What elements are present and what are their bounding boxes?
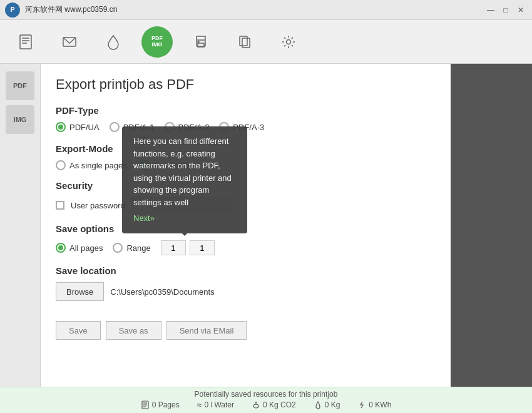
radio-pdfa1-label: PDF/A-1 [123, 123, 155, 132]
save-options-label: Save options [56, 223, 436, 234]
toolbar-document-icon[interactable] [10, 26, 41, 58]
toolbar-copy-icon[interactable] [229, 26, 260, 58]
range-to-input[interactable] [190, 240, 215, 255]
radio-range-circle [113, 243, 123, 253]
statusbar-kg-value: 0 Kg [325, 400, 340, 409]
svg-rect-0 [20, 35, 31, 49]
radio-pdfa3-circle [219, 122, 229, 132]
svg-point-10 [287, 39, 291, 44]
close-button[interactable]: ✕ [514, 4, 527, 16]
radio-pdfa3-label: PDF/A-3 [233, 123, 264, 132]
radio-pdfa2-circle [165, 122, 175, 132]
toolbar: PDFIMG [0, 20, 532, 64]
radio-pdfua[interactable]: PDF/UA [56, 122, 100, 132]
main-layout: PDF IMG ↗ Export printjob as PDF PDF-Typ… [0, 64, 532, 413]
statusbar-kwh-value: 0 KWh [369, 400, 391, 409]
radio-range[interactable]: Range [113, 243, 150, 253]
titlebar-controls: — □ ✕ [484, 4, 527, 16]
radio-one-file-label: As one file [153, 161, 192, 170]
toolbar-settings-icon[interactable] [273, 26, 304, 58]
radio-range-label: Range [126, 243, 150, 253]
svg-point-15 [253, 404, 258, 408]
export-mode-row: As single pages As one file [56, 160, 436, 170]
radio-pdfa2-label: PDF/A-2 [178, 123, 210, 132]
password-input[interactable] [131, 197, 232, 213]
pdf-type-row: PDF/UA PDF/A-1 PDF/A-2 PDF/A-3 [56, 122, 436, 132]
statusbar-info-text: Potentially saved resources for this pri… [195, 390, 338, 399]
statusbar-kwh: 0 KWh [357, 400, 391, 409]
toolbar-mail-icon[interactable] [54, 26, 85, 58]
save-location-label: Save location [56, 265, 436, 276]
titlebar-title: 河东软件网 www.pc0359.cn [25, 4, 117, 15]
radio-single-pages[interactable]: As single pages [56, 160, 127, 170]
radio-pdfa2[interactable]: PDF/A-2 [165, 122, 210, 132]
sidebar: PDF IMG [0, 64, 41, 413]
radio-all-pages-circle [56, 243, 66, 253]
statusbar-co2-value: 0 Kg CO2 [263, 400, 296, 409]
sidebar-item-pdf[interactable]: PDF [6, 71, 34, 100]
user-password-label: User password [71, 201, 125, 210]
save-path-display: C:\Users\pc0359\Documents [110, 287, 214, 297]
right-panel [451, 64, 532, 413]
range-inputs [161, 240, 215, 255]
export-mode-label: Export-Mode [56, 143, 436, 154]
radio-pdfua-circle [56, 122, 66, 132]
user-password-checkbox[interactable] [56, 201, 64, 210]
sidebar-item-img[interactable]: IMG [6, 105, 34, 134]
toolbar-print-icon[interactable] [185, 26, 217, 58]
titlebar-left: P 河东软件网 www.pc0359.cn [5, 3, 117, 18]
security-row: User password [56, 197, 436, 213]
radio-single-pages-circle [56, 160, 66, 170]
send-email-button[interactable]: Send via EMail [166, 321, 247, 340]
app-logo: P [5, 3, 20, 18]
save-location-row: Browse C:\Users\pc0359\Documents [56, 282, 436, 301]
radio-one-file-circle [140, 160, 150, 170]
titlebar: P 河东软件网 www.pc0359.cn — □ ✕ [0, 0, 532, 20]
radio-pdfa1[interactable]: PDF/A-1 [110, 122, 155, 132]
save-options-row: All pages Range [56, 240, 436, 255]
pdf-type-label: PDF-Type [56, 105, 436, 116]
tooltip-next[interactable]: Next» [133, 212, 236, 225]
statusbar-items: 0 Pages ≈ 0 l Water 0 Kg CO2 0 Kg 0 KWh [141, 400, 392, 410]
statusbar-water-value: 0 l Water [204, 400, 234, 409]
radio-all-pages-label: All pages [69, 243, 103, 253]
toolbar-drop-icon[interactable] [98, 26, 129, 58]
statusbar-pages-value: 0 Pages [152, 400, 180, 409]
radio-all-pages[interactable]: All pages [56, 243, 103, 253]
statusbar: Potentially saved resources for this pri… [0, 387, 532, 413]
save-as-button[interactable]: Save as [106, 321, 161, 340]
content-area: ↗ Export printjob as PDF PDF-Type PDF/UA… [41, 64, 451, 413]
statusbar-water: ≈ 0 l Water [197, 400, 234, 410]
save-button[interactable]: Save [56, 321, 101, 340]
minimize-button[interactable]: — [484, 4, 497, 16]
statusbar-co2: 0 Kg CO2 [252, 400, 296, 409]
svg-point-7 [198, 41, 199, 43]
statusbar-kg: 0 Kg [314, 400, 340, 409]
radio-pdfa1-circle [110, 122, 120, 132]
toolbar-pdf-img-icon[interactable]: PDFIMG [141, 26, 173, 58]
radio-one-file[interactable]: As one file [140, 160, 192, 170]
statusbar-pages: 0 Pages [141, 400, 180, 409]
statusbar-water-icon: ≈ [197, 400, 202, 410]
radio-single-pages-label: As single pages [69, 161, 127, 170]
maximize-button[interactable]: □ [499, 4, 512, 16]
page-title: Export printjob as PDF [56, 76, 436, 93]
range-from-input[interactable] [161, 240, 186, 255]
browse-button[interactable]: Browse [56, 282, 104, 301]
radio-pdfua-label: PDF/UA [69, 123, 100, 132]
radio-pdfa3[interactable]: PDF/A-3 [219, 122, 264, 132]
bottom-buttons: Save Save as Send via EMail [56, 321, 436, 340]
security-label: Security [56, 180, 436, 191]
